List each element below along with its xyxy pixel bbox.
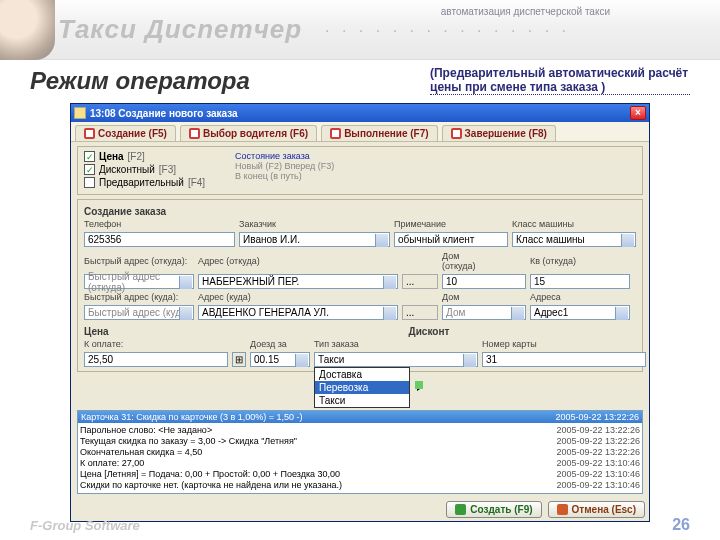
log-header: Карточка 31: Скидка по карточке (3 в 1,0… bbox=[78, 411, 642, 423]
carclass-value: Класс машины bbox=[516, 234, 585, 245]
state-new: Новый (F2) Вперед (F3) bbox=[235, 161, 334, 171]
type-value: Такси bbox=[318, 354, 344, 365]
from-kv-label: Кв (откуда) bbox=[530, 256, 630, 266]
log-header-ts: 2005-09-22 13:22:26 bbox=[555, 412, 639, 422]
chk-discount-key: [F3] bbox=[159, 164, 176, 175]
trip-value: 00.15 bbox=[254, 354, 279, 365]
to-addr-label: Адреса bbox=[530, 292, 630, 302]
from-house-field[interactable]: 10 bbox=[442, 274, 526, 289]
from-label: Адрес (откуда) bbox=[198, 256, 398, 266]
state-title: Состояние заказа bbox=[235, 151, 334, 161]
pay-calc-btn[interactable]: ⊞ bbox=[232, 352, 246, 367]
from-lookup-btn[interactable]: ... bbox=[402, 274, 438, 289]
tab-exec-label: Выполнение (F7) bbox=[344, 128, 428, 139]
type-combo[interactable]: Такси Доставка Перевозка Такси bbox=[314, 352, 478, 367]
log-header-text: Карточка 31: Скидка по карточке (3 в 1,0… bbox=[81, 412, 303, 422]
tab-finish-label: Завершение (F8) bbox=[465, 128, 547, 139]
close-icon[interactable]: × bbox=[630, 106, 646, 120]
top-banner: Такси Диспетчер автоматизация диспетчерс… bbox=[0, 0, 720, 60]
window-title: 13:08 Создание нового заказа bbox=[90, 108, 628, 119]
to-addr-combo[interactable]: Адрес1 bbox=[530, 305, 630, 320]
client-value: Иванов И.И. bbox=[243, 234, 300, 245]
phone-field[interactable]: 625356 bbox=[84, 232, 235, 247]
log-line: К оплате: 27,002005-09-22 13:10:46 bbox=[80, 458, 640, 469]
cancel-button-label: Отмена (Esc) bbox=[572, 504, 636, 515]
from-combo[interactable]: НАБЕРЕЖНЫЙ ПЕР. bbox=[198, 274, 398, 289]
to-house-label: Дом bbox=[442, 292, 482, 302]
pay-field[interactable]: 25,50 bbox=[84, 352, 228, 367]
client-combo[interactable]: Иванов И.И. bbox=[239, 232, 390, 247]
to-addr-value: Адрес1 bbox=[534, 307, 568, 318]
page-title: Режим оператора bbox=[30, 67, 250, 95]
discount-title: Дисконт bbox=[409, 326, 450, 337]
type-dropdown: Доставка Перевозка Такси bbox=[314, 367, 410, 408]
to-label: Адрес (куда) bbox=[198, 292, 398, 302]
from-fast-combo[interactable]: Быстрый адрес (откуда) bbox=[84, 274, 194, 289]
footer: F-Group Software 26 bbox=[0, 516, 720, 534]
chk-price[interactable]: ✓ bbox=[84, 151, 95, 162]
footer-page: 26 bbox=[672, 516, 690, 534]
from-fast-label: Быстрый адрес (откуда): bbox=[84, 256, 194, 266]
tab-create[interactable]: Создание (F5) bbox=[75, 125, 176, 141]
tab-driver-icon bbox=[189, 128, 200, 139]
create-icon bbox=[455, 504, 466, 515]
order-create-title: Создание заказа bbox=[84, 206, 636, 217]
tab-exec[interactable]: Выполнение (F7) bbox=[321, 125, 437, 141]
type-opt-delivery[interactable]: Доставка bbox=[315, 368, 409, 381]
chk-discount[interactable]: ✓ bbox=[84, 164, 95, 175]
note-field[interactable]: обычный клиент bbox=[394, 232, 508, 247]
carclass-combo[interactable]: Класс машины bbox=[512, 232, 636, 247]
log-line: Окончательная скидка = 4,502005-09-22 13… bbox=[80, 447, 640, 458]
tab-driver-label: Выбор водителя (F6) bbox=[203, 128, 308, 139]
to-combo[interactable]: АВДЕЕНКО ГЕНЕРАЛА УЛ. bbox=[198, 305, 398, 320]
tab-finish-icon bbox=[451, 128, 462, 139]
chk-prelim-label: Предварительный bbox=[99, 177, 184, 188]
window-icon bbox=[74, 107, 86, 119]
footer-company: F-Group Software bbox=[30, 518, 140, 533]
log-line: Скидки по карточке нет. (карточка не най… bbox=[80, 480, 640, 491]
price-title: Цена bbox=[84, 326, 109, 337]
titlebar[interactable]: 13:08 Создание нового заказа × bbox=[71, 104, 649, 122]
trip-combo[interactable]: 00.15 bbox=[250, 352, 310, 367]
tab-create-icon bbox=[84, 128, 95, 139]
from-fast-value: Быстрый адрес (откуда) bbox=[88, 271, 190, 293]
note-label: Примечание bbox=[394, 219, 508, 229]
tab-finish[interactable]: Завершение (F8) bbox=[442, 125, 556, 141]
page-header: Режим оператора (Предварительный автомат… bbox=[0, 60, 720, 99]
banner-avatar bbox=[0, 0, 55, 60]
type-label: Тип заказа bbox=[314, 339, 374, 349]
banner-title: Такси Диспетчер bbox=[58, 14, 302, 45]
cancel-icon bbox=[557, 504, 568, 515]
from-kv-field[interactable]: 15 bbox=[530, 274, 630, 289]
to-lookup-btn[interactable]: ... bbox=[402, 305, 438, 320]
log-area[interactable]: Карточка 31: Скидка по карточке (3 в 1,0… bbox=[77, 410, 643, 494]
banner-dots: · · · · · · · · · · · · · · · bbox=[325, 22, 570, 40]
chk-price-key: [F2] bbox=[128, 151, 145, 162]
chk-prelim[interactable] bbox=[84, 177, 95, 188]
chk-discount-label: Дисконтный bbox=[99, 164, 155, 175]
create-button-label: Создать (F9) bbox=[470, 504, 532, 515]
order-window: 13:08 Создание нового заказа × Создание … bbox=[70, 103, 650, 522]
to-fast-combo[interactable]: Быстрый адрес (куда) bbox=[84, 305, 194, 320]
state-end: В конец (в путь) bbox=[235, 171, 334, 181]
to-fast-value: Быстрый адрес (куда) bbox=[88, 307, 190, 318]
tab-exec-icon bbox=[330, 128, 341, 139]
to-fast-label: Быстрый адрес (куда): bbox=[84, 292, 194, 302]
log-line: Текущая скидка по заказу = 3,00 -> Скидк… bbox=[80, 491, 640, 494]
page-note: (Предварительный автоматический расчёт ц… bbox=[430, 66, 690, 95]
from-house-label: Дом (откуда) bbox=[442, 251, 482, 271]
banner-subtitle: автоматизация диспетчерской такси bbox=[441, 6, 610, 17]
type-opt-transport[interactable]: Перевозка bbox=[315, 381, 409, 394]
card-field[interactable]: 31 bbox=[482, 352, 646, 367]
type-opt-taxi[interactable]: Такси bbox=[315, 394, 409, 407]
to-house-combo[interactable]: Дом bbox=[442, 305, 526, 320]
to-value: АВДЕЕНКО ГЕНЕРАЛА УЛ. bbox=[202, 307, 329, 318]
tab-create-label: Создание (F5) bbox=[98, 128, 167, 139]
from-value: НАБЕРЕЖНЫЙ ПЕР. bbox=[202, 276, 299, 287]
carclass-label: Класс машины bbox=[512, 219, 636, 229]
tab-driver[interactable]: Выбор водителя (F6) bbox=[180, 125, 317, 141]
card-label: Номер карты bbox=[482, 339, 542, 349]
log-line: Цена [Летняя] = Подача: 0,00 + Простой: … bbox=[80, 469, 640, 480]
log-line: Текущая скидка по заказу = 3,00 -> Скидк… bbox=[80, 436, 640, 447]
to-house-value: Дом bbox=[446, 307, 465, 318]
